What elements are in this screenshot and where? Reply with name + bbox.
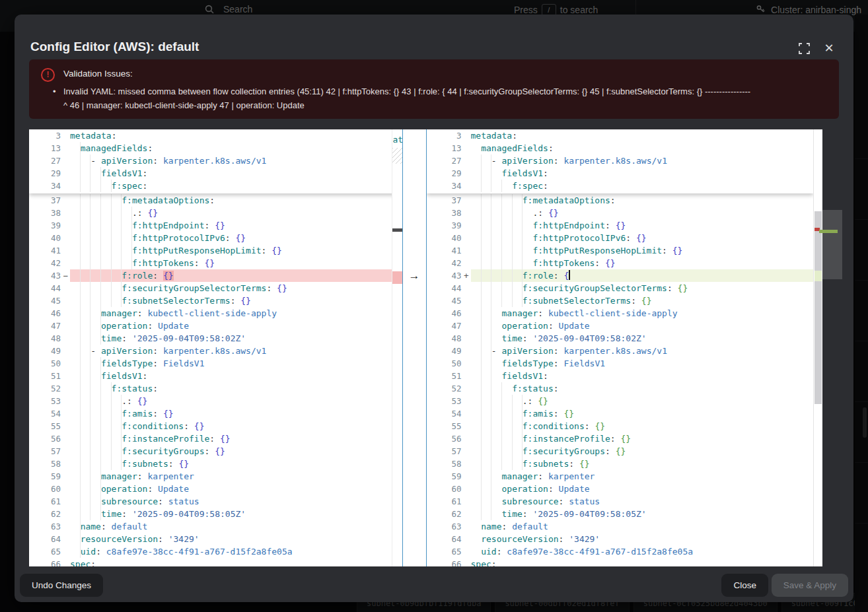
code-line[interactable]: 37f:metadataOptions:: [427, 194, 813, 207]
line-number: 54: [29, 407, 70, 420]
code-line[interactable]: 53.: {}: [427, 395, 813, 407]
code-line[interactable]: 50fieldsType: FieldsV1: [427, 357, 813, 370]
line-number: 13: [427, 142, 471, 154]
code-line[interactable]: 29fieldsV1:: [29, 167, 402, 180]
save-apply-button[interactable]: Save & Apply: [772, 574, 848, 597]
line-number: 54: [427, 407, 471, 420]
code-line[interactable]: 59manager: karpenter: [427, 470, 813, 483]
code-line[interactable]: 51fieldsV1:: [29, 370, 402, 382]
code-line[interactable]: 27- apiVersion: karpenter.k8s.aws/v1: [29, 154, 402, 167]
code-line[interactable]: 48time: '2025-09-04T09:58:02Z': [29, 332, 402, 345]
line-number: 50: [427, 357, 471, 370]
code-line[interactable]: 54f:amis: {}: [29, 407, 402, 420]
code-line[interactable]: 34f:spec:: [427, 180, 813, 192]
code-line[interactable]: 47operation: Update: [427, 320, 813, 332]
diff-modified-pane[interactable]: 37f:metadataOptions:38.: {}39f:httpEndpo…: [427, 129, 813, 566]
code-line[interactable]: 29fieldsV1:: [427, 167, 813, 180]
code-line[interactable]: 52f:status:: [427, 382, 813, 395]
fullscreen-icon[interactable]: [797, 41, 811, 55]
line-number: 37: [427, 194, 471, 207]
close-icon[interactable]: ✕: [822, 41, 836, 55]
code-line[interactable]: 13managedFields:: [427, 142, 813, 154]
code-line[interactable]: 27- apiVersion: karpenter.k8s.aws/v1: [427, 154, 813, 167]
code-line[interactable]: 42f:httpTokens: {}: [427, 257, 813, 269]
line-number: 58: [29, 458, 70, 470]
scrollbar-thumb[interactable]: [814, 211, 822, 404]
code-line[interactable]: 56f:instanceProfile: {}: [427, 432, 813, 445]
code-line[interactable]: 39f:httpEndpoint: {}: [29, 219, 402, 232]
code-line[interactable]: 63name: default: [29, 520, 402, 533]
code-line[interactable]: 48time: '2025-09-04T09:58:02Z': [427, 332, 813, 345]
code-line[interactable]: 60operation: Update: [29, 483, 402, 495]
code-line[interactable]: 49- apiVersion: karpenter.k8s.aws/v1: [29, 345, 402, 357]
code-line[interactable]: 40f:httpProtocolIPv6: {}: [427, 232, 813, 244]
code-line[interactable]: 62time: '2025-09-04T09:58:05Z': [29, 508, 402, 520]
code-line[interactable]: 66spec:: [427, 558, 813, 566]
code-line[interactable]: 46manager: kubectl-client-side-apply: [427, 307, 813, 320]
code-line[interactable]: 58f:subnets: {}: [427, 458, 813, 470]
code-line[interactable]: 47operation: Update: [29, 320, 402, 332]
code-line[interactable]: 38.: {}: [29, 207, 402, 219]
code-line[interactable]: 39f:httpEndpoint: {}: [427, 219, 813, 232]
diff-gutter[interactable]: →: [402, 129, 427, 566]
code-line[interactable]: 41f:httpPutResponseHopLimit: {}: [29, 244, 402, 257]
right-overview-ruler[interactable]: [813, 129, 822, 566]
code-line[interactable]: 58f:subnets: {}: [29, 458, 402, 470]
scrollbar-overlay[interactable]: [822, 210, 842, 279]
code-line[interactable]: 64resourceVersion: '3429': [427, 533, 813, 545]
code-line[interactable]: 54f:amis: {}: [427, 407, 813, 420]
line-number: 49: [427, 345, 471, 357]
line-number: 3: [427, 129, 471, 142]
line-number: 62: [29, 508, 70, 520]
code-line[interactable]: 65uid: c8afe97e-38cc-4f91-a767-d15f2a8fe…: [29, 545, 402, 558]
code-line[interactable]: 41f:httpPutResponseHopLimit: {}: [427, 244, 813, 257]
code-line[interactable]: 50fieldsType: FieldsV1: [29, 357, 402, 370]
code-line[interactable]: 49- apiVersion: karpenter.k8s.aws/v1: [427, 345, 813, 357]
code-line[interactable]: 52f:status:: [29, 382, 402, 395]
code-line[interactable]: 57f:securityGroups: {}: [29, 445, 402, 458]
code-line[interactable]: 59manager: karpenter: [29, 470, 402, 483]
left-overview-ruler[interactable]: at: [392, 129, 402, 566]
line-number: 46: [29, 307, 70, 320]
line-number: 56: [427, 432, 471, 445]
code-line[interactable]: 43+f:role: {: [427, 269, 813, 282]
code-line[interactable]: 38.: {}: [427, 207, 813, 219]
code-line[interactable]: 46manager: kubectl-client-side-apply: [29, 307, 402, 320]
close-button[interactable]: Close: [721, 574, 768, 597]
line-number: 58: [427, 458, 471, 470]
code-line[interactable]: 56f:instanceProfile: {}: [29, 432, 402, 445]
line-number: 13: [29, 142, 70, 154]
code-line[interactable]: 62time: '2025-09-04T09:58:05Z': [427, 508, 813, 520]
code-line[interactable]: 66spec:: [29, 558, 402, 566]
code-line[interactable]: 13managedFields:: [29, 142, 402, 154]
scrollbar-thumb[interactable]: [392, 228, 402, 232]
code-line[interactable]: 3metadata:: [29, 129, 402, 142]
code-line[interactable]: 55f:conditions: {}: [29, 420, 402, 432]
diff-original-pane[interactable]: 37f:metadataOptions:38.: {}39f:httpEndpo…: [29, 129, 402, 566]
code-line[interactable]: 37f:metadataOptions:: [29, 194, 402, 207]
yaml-diff-editor[interactable]: 37f:metadataOptions:38.: {}39f:httpEndpo…: [29, 129, 822, 566]
code-line[interactable]: 60operation: Update: [427, 483, 813, 495]
code-line[interactable]: 40f:httpProtocolIPv6: {}: [29, 232, 402, 244]
code-line[interactable]: 45f:subnetSelectorTerms: {}: [427, 294, 813, 307]
line-number: 47: [427, 320, 471, 332]
code-line[interactable]: 34f:spec:: [29, 180, 402, 192]
undo-changes-button[interactable]: Undo Changes: [20, 574, 103, 597]
code-line[interactable]: 45f:subnetSelectorTerms: {}: [29, 294, 402, 307]
code-line[interactable]: 61subresource: status: [29, 495, 402, 508]
code-line[interactable]: 44f:securityGroupSelectorTerms: {}: [29, 282, 402, 294]
code-line[interactable]: 51fieldsV1:: [427, 370, 813, 382]
code-line[interactable]: 57f:securityGroups: {}: [427, 445, 813, 458]
code-line[interactable]: 55f:conditions: {}: [427, 420, 813, 432]
line-number: 29: [427, 167, 471, 180]
code-line[interactable]: 43−f:role: {}: [29, 269, 402, 282]
revert-change-arrow-icon[interactable]: →: [409, 269, 420, 283]
code-line[interactable]: 64resourceVersion: '3429': [29, 533, 402, 545]
code-line[interactable]: 3metadata:: [427, 129, 813, 142]
code-line[interactable]: 65uid: c8afe97e-38cc-4f91-a767-d15f2a8fe…: [427, 545, 813, 558]
code-line[interactable]: 42f:httpTokens: {}: [29, 257, 402, 269]
code-line[interactable]: 53.: {}: [29, 395, 402, 407]
code-line[interactable]: 44f:securityGroupSelectorTerms: {}: [427, 282, 813, 294]
code-line[interactable]: 61subresource: status: [427, 495, 813, 508]
code-line[interactable]: 63name: default: [427, 520, 813, 533]
